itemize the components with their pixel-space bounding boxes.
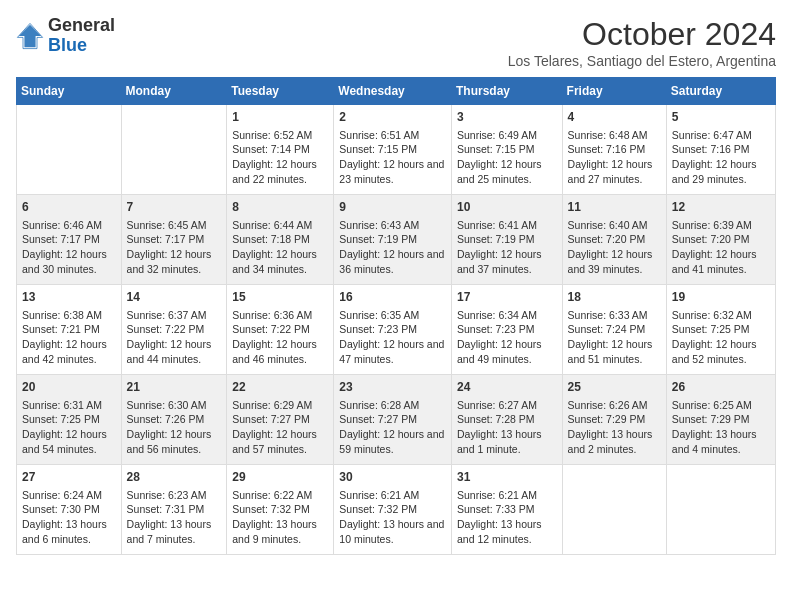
day-number: 29 (232, 469, 328, 486)
day-number: 13 (22, 289, 116, 306)
logo-general-text: General (48, 16, 115, 36)
day-info: Sunrise: 6:35 AMSunset: 7:23 PMDaylight:… (339, 308, 446, 367)
calendar-cell: 26Sunrise: 6:25 AMSunset: 7:29 PMDayligh… (666, 375, 775, 465)
day-number: 22 (232, 379, 328, 396)
calendar-cell: 13Sunrise: 6:38 AMSunset: 7:21 PMDayligh… (17, 285, 122, 375)
title-block: October 2024 Los Telares, Santiago del E… (508, 16, 776, 69)
day-info: Sunrise: 6:40 AMSunset: 7:20 PMDaylight:… (568, 218, 661, 277)
calendar-cell: 16Sunrise: 6:35 AMSunset: 7:23 PMDayligh… (334, 285, 452, 375)
day-number: 5 (672, 109, 770, 126)
calendar-cell (666, 465, 775, 555)
day-number: 26 (672, 379, 770, 396)
day-info: Sunrise: 6:23 AMSunset: 7:31 PMDaylight:… (127, 488, 222, 547)
day-info: Sunrise: 6:43 AMSunset: 7:19 PMDaylight:… (339, 218, 446, 277)
day-number: 28 (127, 469, 222, 486)
col-header-monday: Monday (121, 78, 227, 105)
calendar-cell: 22Sunrise: 6:29 AMSunset: 7:27 PMDayligh… (227, 375, 334, 465)
day-info: Sunrise: 6:45 AMSunset: 7:17 PMDaylight:… (127, 218, 222, 277)
day-info: Sunrise: 6:27 AMSunset: 7:28 PMDaylight:… (457, 398, 557, 457)
calendar-cell (17, 105, 122, 195)
calendar-week-row: 20Sunrise: 6:31 AMSunset: 7:25 PMDayligh… (17, 375, 776, 465)
day-number: 12 (672, 199, 770, 216)
calendar-week-row: 27Sunrise: 6:24 AMSunset: 7:30 PMDayligh… (17, 465, 776, 555)
calendar-cell: 6Sunrise: 6:46 AMSunset: 7:17 PMDaylight… (17, 195, 122, 285)
calendar-week-row: 13Sunrise: 6:38 AMSunset: 7:21 PMDayligh… (17, 285, 776, 375)
logo-text: General Blue (48, 16, 115, 56)
day-info: Sunrise: 6:30 AMSunset: 7:26 PMDaylight:… (127, 398, 222, 457)
col-header-wednesday: Wednesday (334, 78, 452, 105)
day-info: Sunrise: 6:44 AMSunset: 7:18 PMDaylight:… (232, 218, 328, 277)
calendar-cell: 2Sunrise: 6:51 AMSunset: 7:15 PMDaylight… (334, 105, 452, 195)
day-info: Sunrise: 6:22 AMSunset: 7:32 PMDaylight:… (232, 488, 328, 547)
page-header: General Blue October 2024 Los Telares, S… (16, 16, 776, 69)
calendar-cell: 21Sunrise: 6:30 AMSunset: 7:26 PMDayligh… (121, 375, 227, 465)
day-info: Sunrise: 6:26 AMSunset: 7:29 PMDaylight:… (568, 398, 661, 457)
day-number: 17 (457, 289, 557, 306)
calendar-cell: 10Sunrise: 6:41 AMSunset: 7:19 PMDayligh… (451, 195, 562, 285)
day-number: 9 (339, 199, 446, 216)
day-info: Sunrise: 6:24 AMSunset: 7:30 PMDaylight:… (22, 488, 116, 547)
col-header-tuesday: Tuesday (227, 78, 334, 105)
calendar-cell: 15Sunrise: 6:36 AMSunset: 7:22 PMDayligh… (227, 285, 334, 375)
day-info: Sunrise: 6:25 AMSunset: 7:29 PMDaylight:… (672, 398, 770, 457)
calendar-cell: 4Sunrise: 6:48 AMSunset: 7:16 PMDaylight… (562, 105, 666, 195)
day-info: Sunrise: 6:33 AMSunset: 7:24 PMDaylight:… (568, 308, 661, 367)
day-number: 14 (127, 289, 222, 306)
day-info: Sunrise: 6:38 AMSunset: 7:21 PMDaylight:… (22, 308, 116, 367)
day-number: 20 (22, 379, 116, 396)
day-number: 6 (22, 199, 116, 216)
calendar-cell: 12Sunrise: 6:39 AMSunset: 7:20 PMDayligh… (666, 195, 775, 285)
day-number: 8 (232, 199, 328, 216)
day-info: Sunrise: 6:48 AMSunset: 7:16 PMDaylight:… (568, 128, 661, 187)
calendar-cell: 9Sunrise: 6:43 AMSunset: 7:19 PMDaylight… (334, 195, 452, 285)
day-number: 3 (457, 109, 557, 126)
calendar-cell: 8Sunrise: 6:44 AMSunset: 7:18 PMDaylight… (227, 195, 334, 285)
calendar-cell: 18Sunrise: 6:33 AMSunset: 7:24 PMDayligh… (562, 285, 666, 375)
day-info: Sunrise: 6:47 AMSunset: 7:16 PMDaylight:… (672, 128, 770, 187)
day-info: Sunrise: 6:37 AMSunset: 7:22 PMDaylight:… (127, 308, 222, 367)
day-info: Sunrise: 6:21 AMSunset: 7:32 PMDaylight:… (339, 488, 446, 547)
day-info: Sunrise: 6:34 AMSunset: 7:23 PMDaylight:… (457, 308, 557, 367)
day-number: 19 (672, 289, 770, 306)
calendar-cell: 31Sunrise: 6:21 AMSunset: 7:33 PMDayligh… (451, 465, 562, 555)
day-number: 31 (457, 469, 557, 486)
calendar-cell: 30Sunrise: 6:21 AMSunset: 7:32 PMDayligh… (334, 465, 452, 555)
calendar-cell: 19Sunrise: 6:32 AMSunset: 7:25 PMDayligh… (666, 285, 775, 375)
day-info: Sunrise: 6:49 AMSunset: 7:15 PMDaylight:… (457, 128, 557, 187)
day-number: 1 (232, 109, 328, 126)
day-info: Sunrise: 6:41 AMSunset: 7:19 PMDaylight:… (457, 218, 557, 277)
day-info: Sunrise: 6:51 AMSunset: 7:15 PMDaylight:… (339, 128, 446, 187)
day-info: Sunrise: 6:52 AMSunset: 7:14 PMDaylight:… (232, 128, 328, 187)
calendar-cell: 29Sunrise: 6:22 AMSunset: 7:32 PMDayligh… (227, 465, 334, 555)
calendar-cell: 17Sunrise: 6:34 AMSunset: 7:23 PMDayligh… (451, 285, 562, 375)
calendar-cell (121, 105, 227, 195)
day-info: Sunrise: 6:29 AMSunset: 7:27 PMDaylight:… (232, 398, 328, 457)
day-info: Sunrise: 6:28 AMSunset: 7:27 PMDaylight:… (339, 398, 446, 457)
day-number: 24 (457, 379, 557, 396)
calendar-table: SundayMondayTuesdayWednesdayThursdayFrid… (16, 77, 776, 555)
logo-blue-text: Blue (48, 36, 115, 56)
calendar-cell: 14Sunrise: 6:37 AMSunset: 7:22 PMDayligh… (121, 285, 227, 375)
col-header-saturday: Saturday (666, 78, 775, 105)
calendar-cell: 23Sunrise: 6:28 AMSunset: 7:27 PMDayligh… (334, 375, 452, 465)
calendar-cell: 24Sunrise: 6:27 AMSunset: 7:28 PMDayligh… (451, 375, 562, 465)
calendar-cell: 20Sunrise: 6:31 AMSunset: 7:25 PMDayligh… (17, 375, 122, 465)
month-title: October 2024 (508, 16, 776, 53)
calendar-header-row: SundayMondayTuesdayWednesdayThursdayFrid… (17, 78, 776, 105)
location: Los Telares, Santiago del Estero, Argent… (508, 53, 776, 69)
day-number: 4 (568, 109, 661, 126)
day-info: Sunrise: 6:46 AMSunset: 7:17 PMDaylight:… (22, 218, 116, 277)
logo-icon (16, 22, 44, 50)
day-info: Sunrise: 6:31 AMSunset: 7:25 PMDaylight:… (22, 398, 116, 457)
col-header-sunday: Sunday (17, 78, 122, 105)
calendar-cell: 7Sunrise: 6:45 AMSunset: 7:17 PMDaylight… (121, 195, 227, 285)
day-number: 30 (339, 469, 446, 486)
day-number: 2 (339, 109, 446, 126)
calendar-cell: 5Sunrise: 6:47 AMSunset: 7:16 PMDaylight… (666, 105, 775, 195)
calendar-cell: 28Sunrise: 6:23 AMSunset: 7:31 PMDayligh… (121, 465, 227, 555)
calendar-week-row: 1Sunrise: 6:52 AMSunset: 7:14 PMDaylight… (17, 105, 776, 195)
day-number: 16 (339, 289, 446, 306)
day-info: Sunrise: 6:21 AMSunset: 7:33 PMDaylight:… (457, 488, 557, 547)
day-info: Sunrise: 6:39 AMSunset: 7:20 PMDaylight:… (672, 218, 770, 277)
calendar-week-row: 6Sunrise: 6:46 AMSunset: 7:17 PMDaylight… (17, 195, 776, 285)
